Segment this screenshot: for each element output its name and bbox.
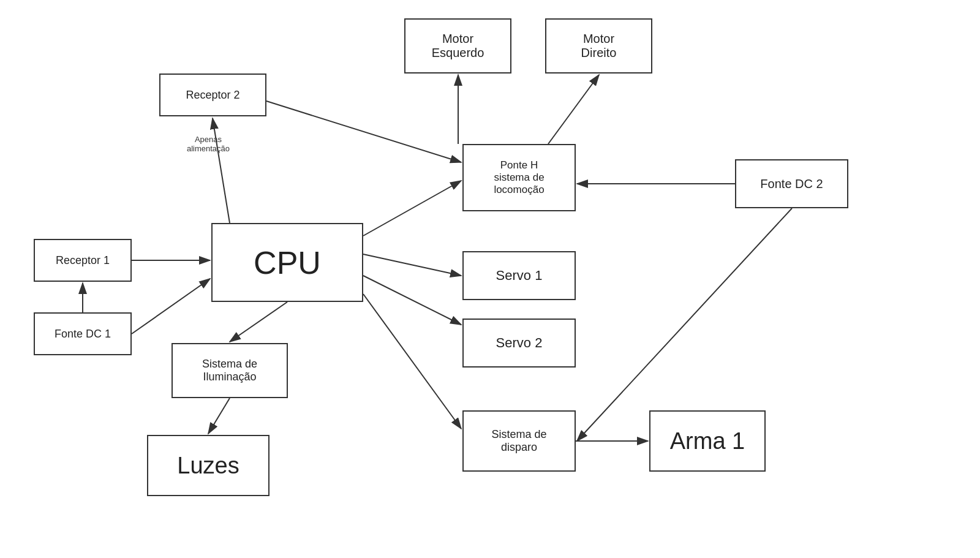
svg-line-15 bbox=[230, 302, 287, 342]
svg-line-6 bbox=[363, 181, 461, 236]
svg-line-4 bbox=[132, 279, 210, 334]
servo1-box: Servo 1 bbox=[462, 251, 576, 300]
svg-line-12 bbox=[363, 294, 461, 429]
servo2-box: Servo 2 bbox=[462, 319, 576, 368]
cpu-box: CPU bbox=[211, 223, 363, 302]
luzes-box: Luzes bbox=[147, 435, 270, 496]
receptor1-box: Receptor 1 bbox=[34, 239, 132, 282]
svg-line-13 bbox=[577, 208, 792, 441]
arma1-box: Arma 1 bbox=[649, 410, 766, 472]
ponteH-box: Ponte H sistema de locomoção bbox=[462, 144, 576, 211]
fonteDC1-box: Fonte DC 1 bbox=[34, 312, 132, 355]
svg-line-10 bbox=[363, 254, 461, 276]
motorEsq-box: Motor Esquerdo bbox=[404, 18, 511, 74]
motorDir-box: Motor Direito bbox=[545, 18, 652, 74]
svg-line-11 bbox=[363, 276, 461, 325]
receptor2-box: Receptor 2 bbox=[159, 74, 266, 116]
annotation-apenas-alim: Apenas alimentação bbox=[181, 135, 236, 153]
svg-line-16 bbox=[208, 398, 230, 434]
diagram-container: CPU Receptor 1 Fonte DC 1 Receptor 2 Sis… bbox=[0, 0, 980, 558]
svg-line-17 bbox=[266, 101, 461, 162]
fonteDC2-box: Fonte DC 2 bbox=[735, 159, 848, 208]
sistemaIlum-box: Sistema de Iluminação bbox=[172, 343, 288, 398]
svg-line-9 bbox=[548, 75, 599, 144]
sistemaDisparo-box: Sistema de disparo bbox=[462, 410, 576, 472]
svg-line-5 bbox=[213, 118, 230, 223]
